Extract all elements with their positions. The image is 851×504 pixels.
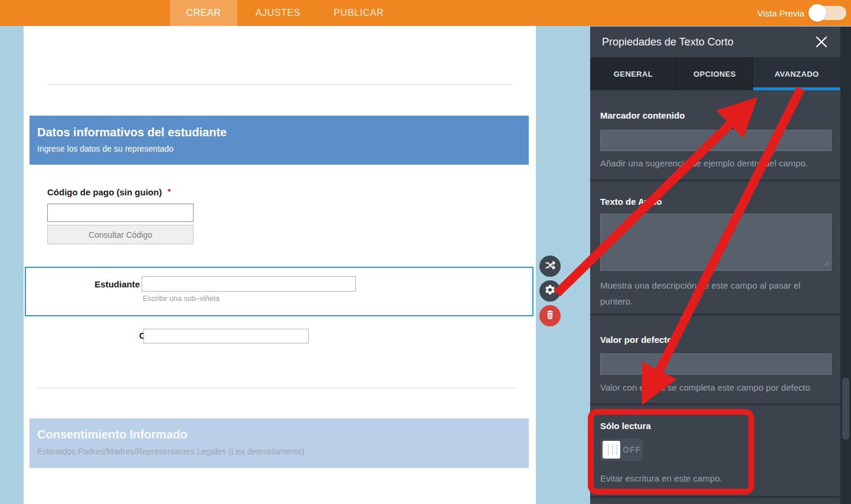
marcador-contenido-label: Marcador contenido	[600, 110, 685, 120]
texto-aviso-label: Texto de Aviso	[600, 197, 662, 207]
panel-divider	[590, 179, 840, 182]
panel-divider	[590, 403, 840, 405]
tab-ajustes[interactable]: AJUSTES	[237, 0, 319, 26]
tab-crear[interactable]: CREAR	[170, 0, 237, 26]
resize-handle-icon[interactable]	[823, 258, 829, 269]
field-settings-button[interactable]	[539, 280, 561, 302]
codigo-label-text: Código de pago (sin guion)	[47, 187, 162, 197]
shuffle-icon	[545, 260, 556, 273]
preview-toggle[interactable]	[810, 6, 846, 20]
panel-scrollbar-thumb[interactable]	[842, 378, 849, 440]
required-asterisk: *	[168, 187, 171, 196]
estudiante-sublabel: Escribir una sub–viñeta	[143, 294, 220, 303]
estudiante-label: Estudiante	[48, 279, 140, 289]
consent-subtitle: Estimados Padres/Madres/Representantes L…	[37, 447, 521, 456]
solo-lectura-label: Sólo lectura	[600, 421, 651, 431]
shuffle-field-button[interactable]	[539, 256, 561, 277]
preview-toggle-knob[interactable]	[809, 4, 826, 22]
valor-defecto-input[interactable]	[600, 354, 832, 375]
consent-title: Consentimiento Informado	[37, 428, 521, 441]
properties-panel: Propiedades de Texto Corto GENERAL OPCIO…	[590, 27, 851, 504]
delete-field-button[interactable]	[539, 305, 561, 326]
preview-label: Vista Previa	[757, 8, 804, 18]
main-nav-tabs: CREAR AJUSTES PUBLICAR	[170, 0, 399, 26]
codigo-field-label: Código de pago (sin guion)*	[47, 187, 171, 197]
consultar-codigo-button[interactable]: Consultar Código	[47, 225, 194, 244]
properties-panel-tabs: GENERAL OPCIONES AVANZADO	[590, 57, 851, 90]
section-subtitle: Ingrese los datos de su representado	[37, 144, 521, 153]
codigo-input[interactable]	[47, 204, 194, 222]
estudiante-input[interactable]	[142, 276, 356, 292]
form-builder-app: CREAR AJUSTES PUBLICAR Vista Previa Dato…	[0, 0, 851, 504]
form-divider-top	[47, 84, 512, 85]
panel-divider	[590, 496, 840, 498]
tab-avanzado[interactable]: AVANZADO	[753, 57, 840, 90]
solo-lectura-toggle-knob[interactable]	[603, 441, 620, 459]
close-icon	[814, 41, 829, 51]
top-navigation-bar: CREAR AJUSTES PUBLICAR Vista Previa	[0, 0, 851, 26]
curso-input[interactable]	[143, 329, 309, 343]
solo-lectura-hint: Evitar escritura en este campo.	[600, 470, 722, 486]
texto-aviso-textarea[interactable]	[600, 214, 832, 271]
tab-general[interactable]: GENERAL	[590, 57, 677, 90]
solo-lectura-toggle-state: OFF	[623, 438, 643, 461]
close-panel-button[interactable]	[814, 35, 829, 49]
estudiante-field-row[interactable]: Estudiante Escribir una sub–viñeta	[25, 267, 533, 316]
valor-defecto-label: Valor por defecto	[600, 335, 673, 345]
section-header-datos[interactable]: Datos informativos del estudiante Ingres…	[30, 116, 529, 165]
section-header-consentimiento[interactable]: Consentimiento Informado Estimados Padre…	[30, 418, 529, 468]
solo-lectura-toggle[interactable]: OFF	[600, 438, 643, 461]
texto-aviso-hint: Muestra una descripción de este campo al…	[600, 277, 814, 309]
form-canvas: Datos informativos del estudiante Ingres…	[24, 26, 536, 504]
properties-panel-header: Propiedades de Texto Corto	[590, 27, 851, 57]
preview-control: Vista Previa	[757, 0, 846, 26]
marcador-contenido-input[interactable]	[600, 130, 832, 151]
valor-defecto-hint: Valor con el cual se completa este campo…	[600, 379, 810, 395]
gear-icon	[544, 284, 556, 298]
tab-publicar[interactable]: PUBLICAR	[319, 0, 399, 26]
tab-opciones[interactable]: OPCIONES	[677, 57, 753, 90]
panel-scrollbar[interactable]	[840, 27, 851, 504]
properties-panel-title: Propiedades de Texto Corto	[602, 36, 734, 48]
section-title: Datos informativos del estudiante	[37, 126, 521, 139]
form-divider-bottom	[37, 388, 516, 388]
marcador-contenido-hint: Añadir una sugerencia de ejemplo dentro …	[600, 155, 808, 171]
trash-icon	[545, 309, 555, 322]
panel-divider	[590, 313, 840, 316]
